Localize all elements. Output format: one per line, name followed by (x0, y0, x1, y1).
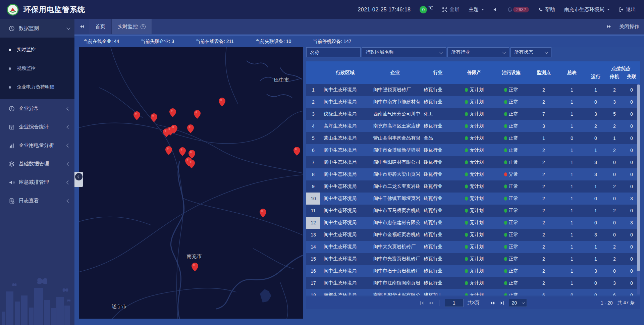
cell-industry: 砖瓦行业 (420, 180, 455, 193)
first-page-button[interactable] (419, 301, 424, 306)
table-row[interactable]: 14阆中生态环境局阆中大兴页岩机砖厂砖瓦行业无计划正常21120 (306, 241, 640, 253)
status-dot-icon (504, 197, 507, 201)
name-search-input[interactable] (306, 47, 361, 57)
double-chevron-right-icon[interactable] (606, 24, 612, 29)
map-pin[interactable] (192, 263, 198, 271)
fullscreen-label: 全屏 (449, 6, 460, 13)
logout-button[interactable]: 退出 (619, 6, 636, 13)
facility-status-label: 正常 (509, 280, 518, 286)
tab-close-icon[interactable]: ✕ (141, 24, 146, 29)
table-row[interactable]: 9阆中生态环境局阆中市二龙长宝页岩砖砖瓦行业无计划正常21120 (306, 180, 640, 193)
notifications-button[interactable]: 2632 (507, 7, 529, 12)
scrollbar-thumb[interactable] (637, 85, 640, 271)
table-row[interactable]: 8阆中生态环境局阆中市枣碧大梁山页岩砖瓦行业无计划异常21300 (306, 168, 640, 180)
filter-bar: 行政区域名称 所有行业 所有状态 (306, 47, 640, 57)
sound-button[interactable] (493, 7, 498, 12)
table-scrollbar[interactable] (637, 84, 640, 294)
sidebar-item-power-analysis[interactable]: 企业用电量分析 (0, 136, 74, 155)
next-page-button[interactable] (490, 301, 496, 306)
status-dot-icon (465, 172, 468, 176)
cell-rownum: 4 (306, 120, 320, 132)
table-row[interactable]: 7阆中生态环境局阆中明阳建材有限公司砖瓦行业无计划正常21300 (306, 156, 640, 168)
help-button[interactable]: 帮助 (538, 6, 555, 13)
cell-stopped: 2 (606, 180, 623, 193)
sidebar-subitem-realtime-monitor[interactable]: 实时监控 (0, 40, 74, 59)
status-dot-icon (465, 88, 468, 92)
fullscreen-button[interactable]: 全屏 (442, 6, 460, 13)
stat-value: 10 (286, 39, 291, 44)
table-row[interactable]: 4高坪生态环境局南充市高坪区王家店建砖瓦行业无计划正常31220 (306, 120, 640, 132)
table-row[interactable]: 6阆中生态环境局阆中市金博瑞新型墙材砖瓦行业无计划正常21120 (306, 144, 640, 156)
map-pin[interactable] (171, 125, 177, 133)
map-pin[interactable] (179, 147, 186, 156)
prev-page-button[interactable] (428, 301, 434, 306)
map-pin[interactable] (151, 113, 157, 122)
table-row[interactable]: 17阆中生态环境局阆中市江南镇阆南页岩砖瓦行业无计划正常21030 (306, 277, 640, 289)
cell-production-limit: 无计划 (455, 277, 493, 289)
map-panel[interactable]: 巴中市南充市遂宁市 (79, 47, 303, 319)
cell-production-limit: 无计划 (455, 168, 493, 180)
sidebar-subitem-video-monitor[interactable]: 视频监控 (0, 59, 74, 78)
sidebar-item-log-view[interactable]: 日志查看 (0, 192, 74, 210)
limit-status-label: 无计划 (470, 111, 484, 117)
cell-monitor-points: 2 (529, 253, 558, 265)
tabs-scroll-left-button[interactable] (74, 19, 89, 34)
cell-monitor-points: 2 (529, 96, 558, 108)
table-row[interactable]: 1阆中生态环境局阆中强锐页岩砖厂砖瓦行业无计划正常21120 (306, 84, 640, 96)
page-size-select[interactable]: 20 (509, 299, 527, 307)
table-row[interactable]: 2阆中生态环境局阆中市南方节能建材有砖瓦行业无计划正常21030 (306, 96, 640, 108)
table-row[interactable]: 11阆中生态环境局阆中市五马桥页岩机砖砖瓦行业无计划正常21120 (306, 205, 640, 217)
sidebar-item-data-monitor[interactable]: 数据监测 (0, 19, 74, 38)
table-row[interactable]: 12阆中生态环境局阆中市忠信建材有限公砖瓦行业无计划正常21003 (306, 217, 640, 229)
cell-region: 阆中生态环境局 (320, 84, 370, 96)
table-row[interactable]: 15阆中生态环境局阆中市光富页岩机砖厂砖瓦行业无计划正常21120 (306, 253, 640, 265)
tab-首页[interactable]: 首页 (89, 19, 112, 34)
cell-total-meter: 1 (558, 229, 586, 241)
cell-rownum: 9 (306, 180, 320, 193)
theme-dropdown[interactable]: 主题 (469, 6, 484, 13)
map-collapse-handle[interactable] (74, 172, 83, 187)
org-user-dropdown[interactable]: 南充市生态环境局 (564, 6, 610, 13)
table-row[interactable]: 3仪陇生态环境局西南油气田分公司川中化工无计划正常71350 (306, 108, 640, 120)
table-row[interactable]: 16阆中生态环境局阆中市石子页岩机砖厂砖瓦行业无计划正常21300 (306, 265, 640, 277)
status-dot-icon (504, 100, 507, 104)
map-pin[interactable] (293, 147, 300, 156)
cell-rownum: 15 (306, 253, 320, 265)
map-pin[interactable] (169, 108, 176, 117)
close-operations-button[interactable]: 关闭操作 (619, 23, 639, 30)
table-row[interactable]: 10阆中生态环境局阆中千佛镇五郎垭页岩砖瓦行业无计划正常21003 (306, 193, 640, 205)
cell-production-limit: 无计划 (455, 84, 493, 96)
table-row[interactable]: 18南部生态环境局南部县砌华水泥有限公建材加工无计划正常60060 (306, 289, 640, 295)
sidebar-item-base-data[interactable]: 基础数据管理 (0, 155, 74, 173)
map-pin[interactable] (187, 124, 194, 133)
map-roads (79, 47, 303, 319)
cell-rownum: 2 (306, 96, 320, 108)
cell-stopped: 3 (606, 277, 623, 289)
table-row[interactable]: 13阆中生态环境局阆中市金福旺页岩机砖砖瓦行业无计划正常21300 (306, 229, 640, 241)
cell-industry: 砖瓦行业 (420, 193, 455, 205)
map-pin[interactable] (188, 160, 195, 168)
sidebar-subitem-power-load-detail[interactable]: 企业电力负荷明细 (0, 78, 74, 97)
cell-stopped: 0 (606, 156, 623, 168)
map-pin[interactable] (260, 209, 266, 217)
industry-select[interactable]: 所有行业 (447, 47, 509, 57)
tab-实时监控[interactable]: 实时监控✕ (112, 19, 152, 34)
sidebar-item-company-statistics[interactable]: 企业综合统计 (0, 118, 74, 136)
last-page-button[interactable] (500, 301, 505, 306)
region-select[interactable]: 行政区域名称 (362, 47, 446, 57)
sidebar-item-emergency-reduction[interactable]: 应急减排管理 (0, 173, 74, 192)
status-select[interactable]: 所有状态 (511, 47, 551, 57)
map-pin[interactable] (133, 111, 140, 120)
status-dot-icon (465, 221, 468, 225)
cell-production-limit: 无计划 (455, 229, 493, 241)
sidebar-item-company-abnormal[interactable]: 企业异常 (0, 99, 74, 118)
map-pin[interactable] (194, 110, 201, 119)
cell-total-meter: 1 (558, 96, 586, 108)
table-row[interactable]: 5营山生态环境局营山县润丰肉食品有限食品无计划正常10010 (306, 132, 640, 144)
map-city-label: 遂宁市 (112, 303, 127, 310)
cell-company: 阆中市二龙长宝页岩砖 (370, 180, 420, 193)
map-pin[interactable] (219, 98, 225, 106)
map-pin[interactable] (165, 146, 172, 155)
page-number-input[interactable] (445, 299, 464, 307)
theme-label: 主题 (469, 6, 479, 13)
